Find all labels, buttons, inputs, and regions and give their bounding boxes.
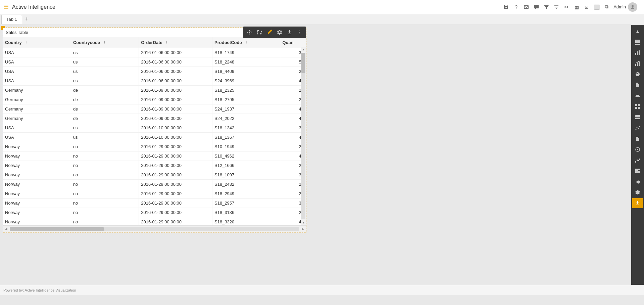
admin-label: Admin (613, 4, 626, 9)
cell-countrycode: us (71, 48, 139, 57)
cell-productcode: S18_2795 (212, 95, 280, 104)
h-scroll-thumb[interactable] (10, 227, 104, 231)
v-scroll-track[interactable] (301, 53, 305, 219)
cell-countrycode: us (71, 123, 139, 133)
user-section: Admin (613, 2, 637, 12)
svg-point-18 (638, 128, 639, 129)
grid-icon-btn[interactable]: ▦ (573, 3, 581, 11)
avatar[interactable] (628, 2, 637, 12)
more-toolbar-btn[interactable]: ⋮ (295, 28, 304, 37)
svg-rect-24 (638, 160, 639, 161)
sidebar-waterfall-icon[interactable] (632, 155, 643, 165)
scroll-left-btn[interactable]: ◀ (3, 226, 9, 232)
sidebar-treemap-icon[interactable] (632, 166, 643, 176)
sidebar-scatter-icon[interactable] (632, 123, 643, 133)
scroll-right-btn[interactable]: ▶ (300, 226, 306, 232)
hamburger-icon[interactable]: ☰ (3, 3, 9, 11)
cell-orderdate: 2016-01-29 00:00:00 (139, 142, 212, 151)
canvas-area: ⋮ Sales Table Country ⋮ Countrycode ⋮ (0, 25, 631, 295)
cell-productcode: S18_1749 (212, 48, 280, 57)
cell-countrycode: no (71, 199, 139, 208)
top-header: ☰ Active Intelligence ? ✂ ▦ ⊡ ⬜ ⧉ (0, 0, 644, 14)
cell-country: Norway (3, 142, 71, 151)
panel-icon-btn[interactable]: ⊡ (583, 3, 591, 11)
cell-productcode: S18_1097 (212, 170, 280, 180)
sidebar-scroll-top[interactable]: ▲ (632, 26, 643, 36)
sidebar-bar-chart-icon[interactable] (632, 48, 643, 58)
sidebar-kpi-icon[interactable] (632, 112, 643, 122)
col-menu-country-icon[interactable]: ⋮ (24, 41, 28, 45)
selection-toolbar-btn[interactable] (255, 28, 264, 37)
filter-icon-btn[interactable] (542, 3, 550, 11)
sidebar-pie-chart-icon[interactable] (632, 69, 643, 79)
table-row: USAus2016-01-06 00:00:00S18_174930 (3, 48, 306, 57)
col-menu-countrycode-icon[interactable]: ⋮ (103, 41, 106, 45)
window-icon-btn[interactable]: ⧉ (603, 3, 611, 11)
scroll-up-btn[interactable]: ▲ (301, 47, 306, 52)
save-icon-btn[interactable] (502, 3, 510, 11)
settings-toolbar-btn[interactable] (275, 28, 284, 37)
sidebar-document-icon[interactable] (632, 80, 643, 90)
svg-rect-12 (635, 107, 637, 109)
col-header-quan[interactable]: Quan (280, 37, 306, 48)
sidebar-gauge-icon[interactable] (632, 91, 643, 101)
cell-country: USA (3, 48, 71, 57)
cell-countrycode: no (71, 208, 139, 217)
svg-rect-6 (639, 50, 640, 55)
col-header-orderdate[interactable]: OrderDate ⋮ (139, 37, 212, 48)
cell-countrycode: de (71, 95, 139, 104)
help-icon-btn[interactable]: ? (512, 3, 520, 11)
col-header-country[interactable]: Country ⋮ (3, 37, 71, 48)
svg-rect-28 (638, 171, 640, 172)
table-row: Norwayno2016-01-29 00:00:00S18_243222 (3, 180, 306, 189)
mail-icon-btn[interactable] (522, 3, 530, 11)
vertical-scrollbar[interactable]: ▲ ▼ (301, 47, 306, 225)
h-scroll-track[interactable] (10, 227, 299, 231)
cell-country: Norway (3, 161, 71, 170)
sidebar-pivot-icon[interactable] (632, 101, 643, 112)
scroll-down-btn[interactable]: ▼ (301, 220, 306, 225)
svg-rect-27 (638, 169, 640, 170)
table-row: Germanyde2016-01-09 00:00:00S24_193745 (3, 104, 306, 114)
col-header-productcode[interactable]: ProductCode ⋮ (212, 37, 280, 48)
table-row: USAus2016-01-10 00:00:00S18_134239 (3, 123, 306, 133)
v-scroll-thumb[interactable] (301, 53, 305, 73)
sidebar-settings2-icon[interactable] (632, 177, 643, 187)
cell-countrycode: us (71, 67, 139, 76)
sidebar-download-icon[interactable] (632, 198, 643, 208)
right-sidebar: ▲ (631, 25, 644, 295)
data-table-wrapper[interactable]: Country ⋮ Countrycode ⋮ OrderDate ⋮ Prod… (3, 37, 306, 225)
main-content: ⋮ Sales Table Country ⋮ Countrycode ⋮ (0, 25, 644, 295)
advanced-filter-icon-btn[interactable] (552, 3, 560, 11)
cut-icon-btn[interactable]: ✂ (562, 3, 571, 11)
col-menu-productcode-icon[interactable]: ⋮ (244, 41, 248, 45)
cell-productcode: S24_1937 (212, 104, 280, 114)
comment-icon-btn[interactable] (532, 3, 540, 11)
cell-orderdate: 2016-01-29 00:00:00 (139, 161, 212, 170)
sidebar-file-icon[interactable] (632, 134, 643, 144)
col-header-countrycode[interactable]: Countrycode ⋮ (71, 37, 139, 48)
edit-toolbar-btn[interactable] (265, 28, 274, 37)
cell-orderdate: 2016-01-29 00:00:00 (139, 180, 212, 189)
tab-bar: Tab 1 + (0, 14, 644, 25)
move-toolbar-btn[interactable] (245, 28, 254, 37)
sidebar-merge-icon[interactable] (632, 144, 643, 155)
cell-orderdate: 2016-01-29 00:00:00 (139, 217, 212, 225)
svg-point-17 (637, 127, 638, 128)
col-menu-orderdate-icon[interactable]: ⋮ (165, 41, 168, 45)
sidebar-table-icon[interactable] (632, 37, 643, 47)
cell-country: Norway (3, 151, 71, 161)
cell-orderdate: 2016-01-06 00:00:00 (139, 57, 212, 67)
horizontal-scrollbar[interactable]: ◀ ▶ (3, 225, 306, 232)
header-right: ? ✂ ▦ ⊡ ⬜ ⧉ Admin (502, 2, 637, 12)
svg-rect-5 (637, 51, 638, 55)
cell-orderdate: 2016-01-10 00:00:00 (139, 123, 212, 133)
sidebar-combined-chart-icon[interactable] (632, 58, 643, 69)
sidebar-layers-icon[interactable] (632, 187, 643, 198)
tab-1[interactable]: Tab 1 (1, 15, 22, 24)
expand-icon-btn[interactable]: ⬜ (593, 3, 601, 11)
download-toolbar-btn[interactable] (285, 28, 294, 37)
table-header-row: Country ⋮ Countrycode ⋮ OrderDate ⋮ Prod… (3, 37, 306, 48)
tab-add-button[interactable]: + (23, 15, 31, 24)
svg-point-16 (636, 129, 637, 130)
